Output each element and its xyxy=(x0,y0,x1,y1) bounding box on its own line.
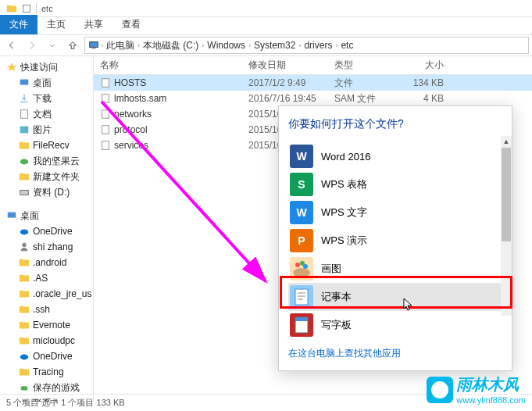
tree-desktop[interactable]: 桌面 xyxy=(0,208,93,223)
tab-share[interactable]: 共享 xyxy=(75,15,112,34)
file-icon xyxy=(100,124,111,135)
svg-point-9 xyxy=(20,229,29,234)
svg-rect-8 xyxy=(8,213,16,218)
svg-rect-19 xyxy=(102,126,109,134)
file-name: lmhosts.sam xyxy=(114,93,166,104)
file-type: 文件 xyxy=(334,77,397,90)
app-option[interactable]: 画图 xyxy=(288,255,502,283)
tab-home[interactable]: 主页 xyxy=(37,15,75,34)
watermark-brand: 雨林木风 xyxy=(456,376,519,393)
col-type[interactable]: 类型 xyxy=(334,59,397,72)
chevron-icon[interactable]: › xyxy=(202,41,204,49)
forward-button[interactable] xyxy=(23,37,41,54)
app-option[interactable]: SWPS 表格 xyxy=(288,170,502,198)
chevron-icon[interactable]: › xyxy=(137,41,140,49)
tree-item[interactable]: OneDrive xyxy=(0,223,93,239)
back-button[interactable] xyxy=(3,37,20,54)
tree-item[interactable]: shi zhang xyxy=(0,239,93,255)
recent-dropdown[interactable] xyxy=(44,37,61,54)
app-label: WPS 演示 xyxy=(321,234,367,248)
file-icon xyxy=(100,93,111,104)
up-button[interactable] xyxy=(64,37,81,54)
app-label: WPS 表格 xyxy=(321,177,367,191)
crumb[interactable]: Windows xyxy=(205,40,247,51)
svg-rect-12 xyxy=(21,386,28,390)
col-name[interactable]: 名称 xyxy=(100,59,248,72)
watermark-url: www.ylmf888.com xyxy=(456,395,526,405)
col-size[interactable]: 大小 xyxy=(397,59,459,72)
file-row[interactable]: HOSTS2017/1/2 9:49文件134 KB xyxy=(94,75,532,91)
svg-rect-17 xyxy=(102,95,109,103)
file-row[interactable]: lmhosts.sam2016/7/16 19:45SAM 文件4 KB xyxy=(94,91,532,106)
tab-view[interactable]: 查看 xyxy=(112,15,150,34)
tree-item[interactable]: 图片 xyxy=(0,122,93,138)
svg-rect-4 xyxy=(21,110,28,119)
crumb[interactable]: drivers xyxy=(302,40,334,51)
column-headers: 名称 修改日期 类型 大小 xyxy=(94,56,532,75)
address-bar: › 此电脑› 本地磁盘 (C:)› Windows› System32› dri… xyxy=(0,34,532,56)
folder-icon xyxy=(19,257,30,268)
tree-item[interactable]: 文档 xyxy=(0,106,93,122)
tree-item[interactable]: 下载 xyxy=(0,91,93,106)
watermark-logo xyxy=(427,377,453,403)
tree-item[interactable]: .AS xyxy=(0,270,93,286)
col-date[interactable]: 修改日期 xyxy=(248,59,334,72)
tree-item[interactable]: Evernote xyxy=(0,317,93,333)
app-icon xyxy=(290,257,313,281)
chevron-icon[interactable]: › xyxy=(248,41,251,49)
find-other-app-link[interactable]: 在这台电脑上查找其他应用 xyxy=(288,347,502,360)
tree-item[interactable]: OneDrive xyxy=(0,348,93,364)
svg-rect-16 xyxy=(102,79,109,88)
tree-item[interactable]: 新建文件夹 xyxy=(0,169,93,184)
star-icon xyxy=(6,62,17,73)
scroll-thumb[interactable] xyxy=(502,148,511,241)
app-icon: W xyxy=(290,145,313,168)
folder-icon xyxy=(19,366,30,377)
tree-item[interactable]: 桌面 xyxy=(0,75,93,91)
app-option[interactable]: WWPS 文字 xyxy=(288,198,502,227)
svg-rect-18 xyxy=(102,110,109,119)
folder-icon xyxy=(19,304,30,315)
properties-icon[interactable] xyxy=(22,4,31,13)
app-icon: P xyxy=(290,229,313,252)
crumb[interactable]: System32 xyxy=(252,40,297,51)
tree-item[interactable]: 我的坚果云 xyxy=(0,153,93,169)
file-icon xyxy=(100,140,111,151)
crumb[interactable]: 本地磁盘 (C:) xyxy=(141,39,200,52)
tree-item[interactable]: .ssh xyxy=(0,302,93,317)
crumb[interactable]: 此电脑 xyxy=(105,39,136,52)
app-label: Word 2016 xyxy=(321,151,370,163)
svg-point-6 xyxy=(20,159,29,164)
tree-item[interactable]: 保存的游戏 xyxy=(0,380,93,395)
file-date: 2017/1/2 9:49 xyxy=(248,77,334,88)
tree-item[interactable]: FileRecv xyxy=(0,138,93,153)
breadcrumb[interactable]: › 此电脑› 本地磁盘 (C:)› Windows› System32› dri… xyxy=(84,37,529,54)
app-label: 写字板 xyxy=(321,318,352,332)
app-option[interactable]: 记事本 xyxy=(288,283,502,311)
chevron-icon[interactable]: › xyxy=(298,41,301,49)
scrollbar[interactable]: ▲ xyxy=(501,136,512,316)
folder-icon xyxy=(19,288,30,299)
app-option[interactable]: 写字板 xyxy=(288,311,502,339)
download-icon xyxy=(19,93,30,104)
svg-rect-1 xyxy=(90,42,98,48)
tree-item[interactable]: 资料 (D:) xyxy=(0,184,93,200)
tree-item[interactable]: .android xyxy=(0,255,93,270)
onedrive-icon xyxy=(19,226,30,237)
app-icon xyxy=(290,313,313,337)
crumb[interactable]: etc xyxy=(339,40,355,51)
onedrive-icon xyxy=(19,351,30,362)
chevron-icon[interactable]: › xyxy=(335,41,337,49)
scroll-up-icon[interactable]: ▲ xyxy=(501,136,512,147)
tree-quick-access[interactable]: 快速访问 xyxy=(0,59,93,75)
file-size: 4 KB xyxy=(397,93,459,104)
tree-item[interactable]: .oracle_jre_us xyxy=(0,286,93,302)
app-option[interactable]: PWPS 演示 xyxy=(288,227,502,255)
app-option[interactable]: WWord 2016 xyxy=(288,142,502,170)
tab-file[interactable]: 文件 xyxy=(0,15,37,34)
drive-icon xyxy=(19,187,30,198)
chevron-icon[interactable]: › xyxy=(101,41,103,49)
tree-item[interactable]: micloudpc xyxy=(0,333,93,348)
tree-item[interactable]: Tracing xyxy=(0,364,93,380)
folder-icon xyxy=(19,171,30,182)
